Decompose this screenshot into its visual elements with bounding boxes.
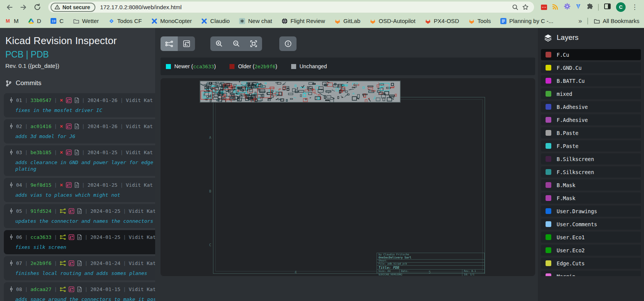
commit-node-icon [9,123,13,130]
bookmark-item[interactable]: D [28,18,41,24]
layer-item[interactable]: mixed [541,88,641,99]
commit-item[interactable]: 05 | 91fd524 | | 2024-01-25 | Vidit Kat … [4,204,155,228]
board-view-button[interactable] [178,36,195,51]
layer-item[interactable]: User.Drawings [541,206,641,217]
commit-item[interactable]: 03 | be3b185 | × | 2024-01-25 | Vidit Ka… [4,145,155,176]
layer-item[interactable]: F.Cu [541,49,641,60]
doc-icon[interactable] [74,150,79,155]
bookmark-item[interactable]: OSD-Autopilot [369,18,415,24]
doc-icon[interactable] [77,260,82,266]
pcb-board-render[interactable] [200,81,400,102]
layer-item[interactable]: B.Adhesive [541,101,641,112]
bookmark-item[interactable]: GitLab [334,18,360,24]
reload-button[interactable] [31,2,43,13]
bookmark-item[interactable]: Wetter [73,18,99,24]
not-secure-chip[interactable]: Not secure [51,3,95,12]
doc-icon[interactable] [74,182,79,188]
pcb-canvas[interactable]: A B C 4 5 by Claudio Fritsche OneSecDeli… [161,78,535,276]
zoom-out-button[interactable] [228,36,245,51]
bookmark-item[interactable]: Todos CF [108,18,142,24]
flower-extension-icon[interactable] [564,3,570,11]
commit-hash[interactable]: cca3633 [30,234,51,240]
commit-number: 08 [16,286,22,292]
bookmark-star-icon[interactable] [520,2,530,12]
toolbar-separator [598,4,599,11]
bookmark-item[interactable]: Planning by C -... [500,18,553,24]
layer-name: User.Drawings [557,208,597,214]
browser-menu-icon[interactable]: ⋮ [631,3,639,11]
bookmark-item[interactable]: Flight Review [281,18,325,24]
layer-item[interactable]: F.GND.Cu [541,62,641,73]
bookmark-item[interactable]: Tools [468,18,491,24]
profile-avatar[interactable]: C [616,2,626,12]
layer-item[interactable]: B.Silkscreen [541,153,641,164]
diff-view-button[interactable] [161,36,178,51]
page-zoom-icon[interactable] [510,2,520,12]
sheet-row-letter: C [209,243,211,247]
commit-hash[interactable]: 9ef8d15 [30,182,51,188]
bookmark-item[interactable]: 19 C [50,18,64,24]
nav-link-pdb[interactable]: PDB [31,49,49,59]
layer-item[interactable]: User.Eco1 [541,232,641,243]
layer-item[interactable]: F.Adhesive [541,114,641,125]
pcb-image-icon[interactable] [66,97,72,103]
layer-item[interactable]: F.Mask [541,192,641,204]
commit-item[interactable]: 02 | ac01416 | × | 2024-01-26 | Vidit Ka… [4,119,155,143]
commit-item[interactable]: 08 | adcaa27 | | 2024-01-15 | Vidit Kat … [4,282,155,301]
pcb-image-icon[interactable] [69,286,74,292]
bookmark-item[interactable]: New chat [239,18,272,24]
zoom-in-button[interactable] [210,36,228,51]
commit-hash[interactable]: be3b185 [30,150,51,155]
nav-link-pcb[interactable]: PCB [5,49,23,59]
layer-item[interactable]: User.Comments [541,219,641,230]
commit-item[interactable]: 01 | 33b0547 | × | 2024-01-26 | Vidit Ka… [4,93,155,117]
pcb-image-icon[interactable] [66,182,72,188]
pcb-image-icon[interactable] [69,208,74,214]
bookmark-item[interactable]: Claudio [201,18,230,24]
doc-icon[interactable] [74,97,79,103]
commit-item[interactable]: 04 | 9ef8d15 | × | 2024-01-25 | Vidit Ka… [4,178,155,202]
side-panel-icon[interactable] [604,3,611,12]
doc-icon[interactable] [77,286,82,292]
commit-item[interactable]: 06 | cca3633 | | 2024-01-25 | Vidit Kat … [4,230,155,254]
layer-item[interactable]: User.Eco2 [541,245,641,256]
url-text[interactable]: 172.17.0.2:8080/web/index.html [100,4,510,10]
bookmark-item[interactable]: MonoCopter [151,18,192,24]
layer-item[interactable]: B.Mask [541,179,641,191]
filter-extension-icon[interactable] [575,3,581,11]
bookmarks-right: » All Bookmarks [575,17,639,25]
layer-item[interactable]: F.Silkscreen [541,166,641,178]
layer-item[interactable]: Edge.Cuts [541,258,641,269]
layer-item[interactable]: B.Paste [541,127,641,138]
info-button[interactable] [279,36,297,51]
commit-hash[interactable]: 91fd524 [30,208,51,214]
doc-icon[interactable] [74,123,79,129]
doc-icon[interactable] [77,234,82,240]
all-bookmarks-button[interactable]: All Bookmarks [593,18,639,24]
back-button[interactable] [4,2,15,13]
pcb-image-icon[interactable] [69,234,74,240]
doc-icon[interactable] [77,208,82,214]
lastpass-extension-icon[interactable] [541,5,547,10]
extensions-puzzle-icon[interactable] [586,3,593,12]
pcb-image-icon[interactable] [66,150,72,155]
commit-hash[interactable]: ac01416 [30,123,51,129]
drive-favicon-icon [28,18,34,24]
layer-item[interactable]: F.Paste [541,140,641,151]
bookmarks-overflow-chevron[interactable]: » [578,17,582,25]
pcb-image-icon[interactable] [66,123,72,129]
zoom-fit-button[interactable] [245,36,262,51]
view-mode-group [161,36,195,51]
layer-item[interactable]: B.BATT.Cu [541,75,641,86]
rss-extension-icon[interactable] [552,3,559,12]
layer-item[interactable]: Margin [541,271,641,276]
commit-hash[interactable]: 2e2b9f6 [30,260,51,266]
commit-hash[interactable]: 33b0547 [30,97,51,103]
pcb-image-icon[interactable] [69,260,74,266]
forward-button[interactable] [18,2,29,13]
bookmark-item[interactable]: PX4-OSD [424,18,459,24]
commit-item[interactable]: 07 | 2e2b9f6 | | 2024-01-24 | Vidit Kat … [4,256,155,280]
address-bar[interactable]: Not secure 172.17.0.2:8080/web/index.htm… [48,2,534,13]
bookmark-item[interactable]: M M [5,18,19,24]
commit-hash[interactable]: adcaa27 [30,286,51,292]
